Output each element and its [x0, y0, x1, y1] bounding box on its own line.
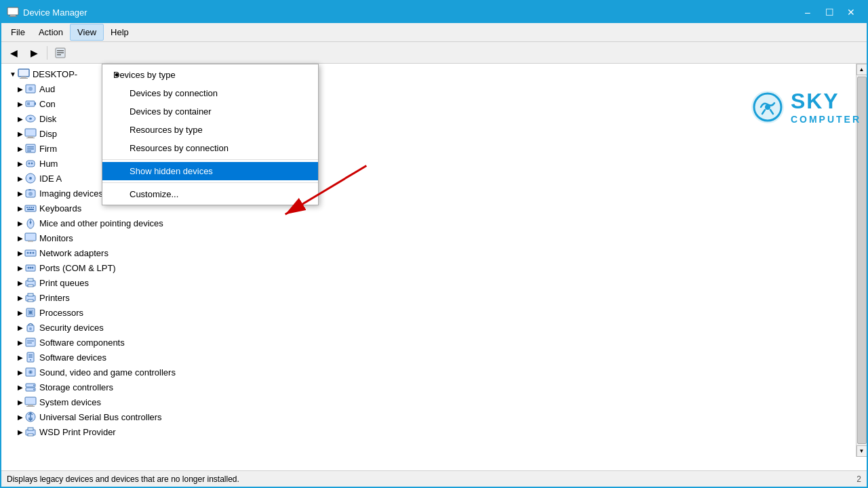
- ports-icon: [24, 262, 37, 274]
- menu-help[interactable]: Help: [104, 24, 136, 40]
- softwarecomponents-label: Software components: [39, 338, 125, 348]
- svg-point-29: [31, 163, 33, 165]
- expand-icon-9: ▶: [18, 205, 23, 212]
- expand-icon-20: ▶: [18, 369, 23, 376]
- minimize-button[interactable]: –: [797, 5, 818, 19]
- tree-item-sound[interactable]: ▶ Sound, video and game controllers: [18, 365, 856, 380]
- menu-devices-by-container[interactable]: Devices by container: [102, 102, 318, 121]
- menu-separator-1: [102, 159, 318, 160]
- expand-icon-18: ▶: [18, 339, 23, 346]
- menu-devices-by-type[interactable]: • Devices by type: [102, 66, 318, 84]
- tree-item-wsd[interactable]: ▶ WSD Print Provider: [18, 424, 856, 439]
- svg-point-47: [27, 252, 29, 254]
- hid-icon: [24, 157, 37, 169]
- network-label: Network adapters: [39, 248, 108, 258]
- svg-rect-21: [28, 136, 33, 138]
- expand-icon-15: ▶: [18, 294, 23, 302]
- usb-label: Universal Serial Bus controllers: [39, 412, 162, 422]
- expand-icon-6: ▶: [18, 160, 23, 167]
- tree-item-monitors[interactable]: ▶ Monitors: [18, 230, 856, 245]
- processors-icon: [24, 306, 37, 319]
- svg-rect-35: [25, 205, 36, 211]
- tree-item-mice[interactable]: ▶ Mice and other pointing devices: [18, 216, 856, 230]
- tree-item-printers[interactable]: ▶ Printers: [18, 290, 856, 305]
- softwaredevices-label: Software devices: [39, 352, 106, 363]
- svg-point-51: [28, 267, 30, 269]
- scroll-up[interactable]: ▲: [856, 64, 867, 75]
- expand-icon-4: ▶: [18, 130, 23, 138]
- printqueue-icon: [24, 277, 37, 289]
- properties-button[interactable]: [51, 44, 70, 62]
- expand-icon-13: ▶: [18, 264, 23, 272]
- menu-bar: File Action View Help: [1, 23, 867, 42]
- svg-point-74: [30, 371, 32, 373]
- logo-sky: SKY: [791, 88, 861, 114]
- app-window: Device Manager – ☐ ✕ File Action View He…: [0, 0, 868, 488]
- svg-rect-67: [27, 342, 32, 344]
- back-button[interactable]: ◀: [4, 44, 23, 62]
- svg-point-64: [29, 327, 32, 330]
- tree-item-security[interactable]: ▶ Security devices: [18, 320, 856, 335]
- firmware-label: Firm: [39, 144, 57, 154]
- computer-icon: [18, 68, 30, 80]
- menu-resources-by-type[interactable]: Resources by type: [102, 121, 318, 139]
- tree-item-usb[interactable]: ▶ Universal Serial Bus controllers: [18, 409, 856, 424]
- svg-rect-85: [28, 434, 33, 436]
- security-icon: [24, 321, 37, 333]
- maximize-button[interactable]: ☐: [819, 5, 840, 19]
- usb-icon: [24, 411, 37, 423]
- tree-item-ports[interactable]: ▶ Ports (COM & LPT): [18, 260, 856, 275]
- svg-rect-80: [28, 405, 33, 406]
- tree-item-system[interactable]: ▶ System devices: [18, 394, 856, 409]
- svg-rect-15: [26, 101, 35, 106]
- svg-rect-24: [27, 146, 34, 148]
- svg-point-19: [29, 118, 32, 120]
- expand-icon-11: ▶: [18, 235, 23, 242]
- app-icon: [7, 6, 19, 18]
- svg-rect-69: [28, 354, 33, 356]
- menu-file[interactable]: File: [4, 24, 32, 40]
- forward-button[interactable]: ▶: [24, 44, 43, 62]
- tree-item-softwaredevices[interactable]: ▶ Software devices: [18, 350, 856, 365]
- menu-action[interactable]: Action: [32, 24, 70, 40]
- menu-show-hidden[interactable]: Show hidden devices: [102, 162, 318, 180]
- svg-rect-0: [7, 7, 18, 15]
- svg-rect-39: [33, 207, 34, 208]
- tree-item-storage[interactable]: ▶ Storage controllers: [18, 380, 856, 394]
- menu-devices-by-connection[interactable]: Devices by connection: [102, 84, 318, 102]
- tree-item-softwarecomponents[interactable]: ▶ Software components: [18, 335, 856, 350]
- display-label: Disp: [39, 129, 57, 139]
- svg-point-78: [33, 389, 35, 390]
- menu-resources-by-connection[interactable]: Resources by connection: [102, 139, 318, 157]
- svg-rect-62: [29, 311, 32, 314]
- title-bar: Device Manager – ☐ ✕: [1, 1, 867, 23]
- scroll-down[interactable]: ▼: [856, 445, 867, 457]
- svg-rect-26: [27, 150, 31, 152]
- svg-rect-5: [57, 52, 64, 54]
- expand-icon-12: ▶: [18, 249, 23, 257]
- svg-rect-84: [28, 428, 33, 430]
- sound-icon: [24, 366, 37, 378]
- svg-rect-20: [25, 129, 36, 136]
- softwaredev-icon: [24, 351, 37, 363]
- network-icon: [24, 247, 37, 259]
- svg-rect-34: [28, 189, 31, 190]
- menu-customize[interactable]: Customize...: [102, 185, 318, 203]
- svg-rect-66: [27, 340, 34, 342]
- close-button[interactable]: ✕: [841, 5, 861, 19]
- svg-rect-37: [28, 207, 30, 208]
- svg-rect-12: [20, 78, 28, 79]
- svg-rect-55: [28, 279, 33, 281]
- security-label: Security devices: [39, 323, 104, 333]
- menu-view[interactable]: View: [70, 24, 104, 41]
- tree-item-processors[interactable]: ▶ Processors: [18, 305, 856, 320]
- expand-icon-22: ▶: [18, 399, 23, 406]
- tree-item-network[interactable]: ▶ Network adapters: [18, 245, 856, 260]
- scroll-thumb[interactable]: [857, 77, 867, 444]
- tree-item-printqueues[interactable]: ▶ Print queues: [18, 275, 856, 290]
- monitors-label: Monitors: [39, 233, 73, 243]
- storage-icon: [24, 381, 37, 393]
- svg-rect-56: [28, 285, 33, 287]
- expand-icon-24: ▶: [18, 428, 23, 436]
- svg-point-71: [30, 359, 31, 361]
